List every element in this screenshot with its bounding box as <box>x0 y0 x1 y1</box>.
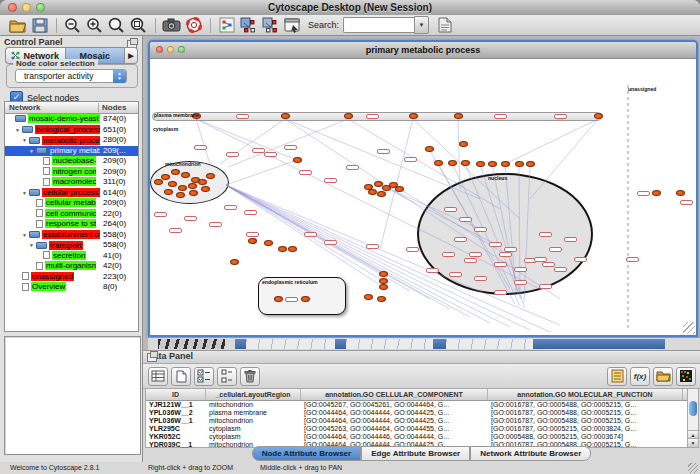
tree-row-count: 874(0) <box>103 114 126 125</box>
tree-row-primary-metabo[interactable]: ▼primary metabo209(... <box>5 146 138 157</box>
background-window[interactable] <box>158 339 225 349</box>
tree-row-label: cellular metabo <box>45 198 96 207</box>
table-cell: YJR121W__1 <box>146 401 206 409</box>
table-column-header[interactable]: annotation.GO MOLECULAR_FUNCTION <box>488 389 683 400</box>
tree-row-cellular-process[interactable]: ▼cellular process614(0) <box>5 188 138 199</box>
tree-row-metabolic-process[interactable]: ▼metabolic process280(0) <box>5 135 138 146</box>
disclosure-triangle-icon[interactable]: ▼ <box>22 135 29 146</box>
table-cell: mitochondrion <box>206 401 301 409</box>
attribute-table-header[interactable]: ID_cellularLayoutRegionannotation.GO CEL… <box>146 389 687 401</box>
background-windows-strip <box>148 337 700 350</box>
search-input[interactable] <box>343 17 414 33</box>
zoom-in-icon[interactable] <box>84 16 105 35</box>
folder-icon <box>15 115 26 122</box>
plugin-network-icon[interactable] <box>216 16 237 35</box>
window-titlebar[interactable]: Cytoscape Desktop (New Session) <box>0 0 700 16</box>
background-window[interactable] <box>246 339 335 349</box>
table-cell: [GO:0045267, GO:0045261, GO:0044464, G..… <box>301 401 488 409</box>
data-panel-titlebar[interactable]: Data Panel <box>143 351 700 364</box>
tree-row-establishment-of-lo[interactable]: ▼establishment of lo558(0) <box>5 230 138 241</box>
unselect-attributes-icon[interactable] <box>217 367 237 386</box>
tree-row-transport[interactable]: ▼transport558(0) <box>5 240 138 251</box>
new-attribute-icon[interactable] <box>171 367 191 386</box>
folder-icon <box>29 231 40 238</box>
float-panel-icon[interactable] <box>147 353 157 362</box>
nucleus-label: nucleus <box>488 176 507 181</box>
tab-edge-attribute-browser[interactable]: Edge Attribute Browser <box>361 446 470 461</box>
background-window[interactable] <box>346 339 433 349</box>
status-zoom-hint: Right-click + drag to ZOOM <box>148 464 233 471</box>
dropdown-stepper-icon[interactable]: ▲▼ <box>113 70 126 83</box>
disclosure-triangle-icon[interactable]: ▼ <box>15 125 22 136</box>
tree-row-mosaic-demo-yeast[interactable]: mosaic-demo-yeast874(0) <box>5 114 138 125</box>
network-tree-header[interactable]: Network Nodes <box>5 102 138 114</box>
zoom-fit-icon[interactable] <box>128 16 149 35</box>
folder-icon <box>22 126 33 133</box>
table-row-YPL036W__2[interactable]: YPL036W__2plasma membrane[GO:0044464, GO… <box>146 409 687 417</box>
window-capture-icon[interactable] <box>282 16 303 35</box>
trash-icon[interactable] <box>240 367 260 386</box>
annotation-network-icon-1[interactable] <box>238 16 259 35</box>
disclosure-triangle-icon[interactable]: ▼ <box>29 240 36 251</box>
tree-row-label: establishment of lo <box>42 230 100 239</box>
node-color-dropdown[interactable]: transporter activity ▲▼ <box>15 69 127 83</box>
background-window[interactable] <box>235 339 246 349</box>
network-canvas[interactable]: plasma membrane cytoplasm mitochondrion … <box>150 59 696 335</box>
disclosure-triangle-icon[interactable]: ▼ <box>22 230 29 241</box>
attribute-matrix-icon[interactable] <box>607 367 627 386</box>
function-builder-icon[interactable]: f(x) <box>630 367 650 386</box>
table-column-header[interactable]: annotation.GO CELLULAR_COMPONENT <box>301 389 488 400</box>
help-lifering-icon[interactable] <box>183 16 204 35</box>
tree-row-count: 42(0) <box>103 261 122 272</box>
tree-row-cell-communicat[interactable]: cell communicat22(0) <box>5 209 138 220</box>
tree-row-count: 22(0) <box>103 209 122 220</box>
zoom-selected-icon[interactable] <box>106 16 127 35</box>
document-icon[interactable] <box>434 16 455 35</box>
network-view-frame: primary metabolic process plasma membran… <box>148 40 698 337</box>
scrollbar-thumb[interactable] <box>689 401 697 416</box>
tree-row-secretion[interactable]: secretion41(0) <box>5 251 138 262</box>
window-resize-grip[interactable] <box>688 463 698 473</box>
background-window[interactable] <box>446 339 533 349</box>
import-attributes-icon[interactable] <box>653 367 673 386</box>
disclosure-triangle-icon[interactable]: ▼ <box>22 188 29 199</box>
tab-network-attribute-browser[interactable]: Network Attribute Browser <box>470 446 591 461</box>
table-row-YLR295C[interactable]: YLR295Ccytoplasm[GO:0045263, GO:0044464,… <box>146 425 687 433</box>
tree-row-biological-process[interactable]: ▼biological_process651(0) <box>5 125 138 136</box>
tab-node-attribute-browser[interactable]: Node Attribute Browser <box>252 446 362 461</box>
table-row-YKR052C[interactable]: YKR052Ccytoplasm[GO:0044464, GO:0044446,… <box>146 433 687 441</box>
background-window[interactable] <box>533 339 665 349</box>
table-column-header[interactable]: _cellularLayoutRegion <box>206 389 301 400</box>
zoom-out-icon[interactable] <box>62 16 83 35</box>
table-row-YPL036W__1[interactable]: YPL036W__1mitochondrion[GO:0044464, GO:0… <box>146 417 687 425</box>
tree-row-multi-organism-pro[interactable]: multi-organism pro42(0) <box>5 261 138 272</box>
table-cell: YKR052C <box>146 433 206 441</box>
tree-row-response-to-stimulu[interactable]: response to stimulu264(0) <box>5 219 138 230</box>
tree-row-nucleobase-c[interactable]: nucleobase-c209(0) <box>5 156 138 167</box>
search-label: Search: <box>308 20 339 30</box>
select-attributes-icon[interactable] <box>148 367 168 386</box>
tree-row-nitrogen-compo[interactable]: nitrogen compo209(0) <box>5 167 138 178</box>
table-column-header[interactable]: ID <box>146 389 206 400</box>
annotation-network-icon-2[interactable] <box>260 16 281 35</box>
heatmap-icon[interactable] <box>676 367 696 386</box>
search-dropdown-icon[interactable]: ▼ <box>414 16 429 34</box>
table-scrollbar[interactable]: ▲ ▼ <box>687 388 699 448</box>
endoplasmic-reticulum-label: endoplasmic reticulum <box>262 280 318 285</box>
network-frame-titlebar[interactable]: primary metabolic process <box>150 42 696 59</box>
table-row-YJR121W__1[interactable]: YJR121W__1mitochondrion[GO:0045267, GO:0… <box>146 401 687 409</box>
background-window[interactable] <box>335 339 346 349</box>
snapshot-camera-icon[interactable] <box>161 16 182 35</box>
tree-row-cellular-metabo[interactable]: cellular metabo209(0) <box>5 198 138 209</box>
disclosure-triangle-icon[interactable]: ▼ <box>29 146 36 157</box>
save-session-icon[interactable] <box>29 16 50 35</box>
tree-row-unassigned[interactable]: unassigned223(0) <box>5 272 138 283</box>
background-window[interactable] <box>433 339 446 349</box>
open-session-icon[interactable] <box>7 16 28 35</box>
tab-overflow-arrow-icon[interactable]: ▶ <box>125 47 138 64</box>
canvas-resize-grip[interactable] <box>683 322 695 334</box>
birdseye-view-panel[interactable] <box>4 336 141 455</box>
delete-attribute-icon[interactable] <box>194 367 214 386</box>
tree-row-overview[interactable]: Overview8(0) <box>5 282 138 293</box>
tree-row-macromolecule[interactable]: macromolecule311(0) <box>5 177 138 188</box>
